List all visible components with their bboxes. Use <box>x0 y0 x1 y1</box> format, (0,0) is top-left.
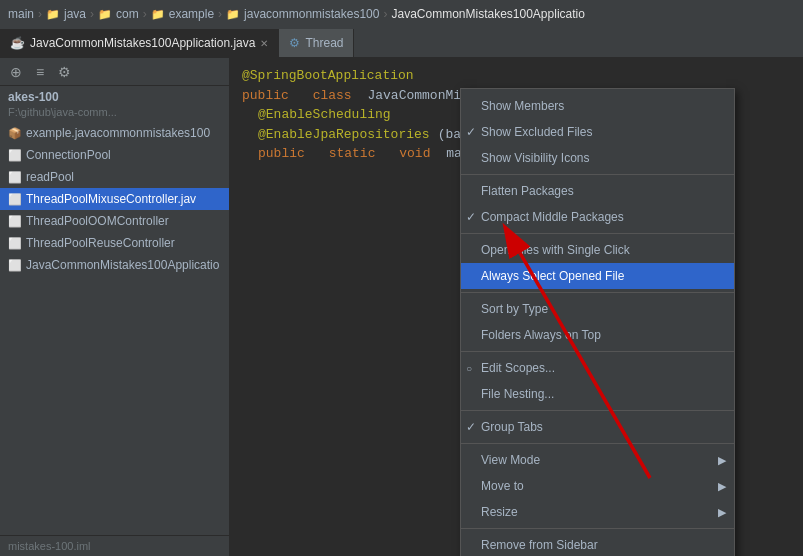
menu-resize[interactable]: Resize ▶ <box>461 499 734 525</box>
menu-label: Always Select Opened File <box>481 269 624 283</box>
sidebar-item-label: ThreadPoolOOMController <box>26 214 169 228</box>
thread-file-icon: ⚙ <box>289 36 300 50</box>
menu-label: Show Members <box>481 99 564 113</box>
menu-show-visibility[interactable]: Show Visibility Icons <box>461 145 734 171</box>
class-icon-rp: ⬜ <box>8 171 22 184</box>
sidebar-item-connectionpool[interactable]: ⬜ ConnectionPool <box>0 144 229 166</box>
separator-2 <box>461 233 734 234</box>
java-file-icon: ☕ <box>10 36 25 50</box>
globe-button[interactable]: ⊕ <box>6 62 26 82</box>
menu-label: Resize <box>481 505 518 519</box>
sidebar-item-threadpooloom[interactable]: ⬜ ThreadPoolOOMController <box>0 210 229 232</box>
menu-group-tabs[interactable]: ✓ Group Tabs <box>461 414 734 440</box>
check-icon: ✓ <box>466 420 476 434</box>
sidebar-items: 📦 example.javacommonmistakes100 ⬜ Connec… <box>0 122 229 535</box>
menu-label: Show Excluded Files <box>481 125 592 139</box>
sidebar-item-readpool[interactable]: ⬜ readPool <box>0 166 229 188</box>
sidebar-item-label: ConnectionPool <box>26 148 111 162</box>
editor-area: @SpringBootApplication public class Java… <box>230 58 803 556</box>
package-icon: 📦 <box>8 127 22 140</box>
folder-icon-example: 📁 <box>151 8 165 21</box>
breadcrumb-mistakes[interactable]: javacommonmistakes100 <box>244 7 379 21</box>
breadcrumb-main[interactable]: main <box>8 7 34 21</box>
menu-show-members[interactable]: Show Members <box>461 93 734 119</box>
tab-thread-label: Thread <box>305 36 343 50</box>
gear-button[interactable]: ⚙ <box>54 62 74 82</box>
sidebar-item-label: JavaCommonMistakes100Applicatio <box>26 258 219 272</box>
menu-label: Flatten Packages <box>481 184 574 198</box>
menu-sort-by-type[interactable]: Sort by Type <box>461 296 734 322</box>
class-icon-tpo: ⬜ <box>8 215 22 228</box>
menu-label: Group Tabs <box>481 420 543 434</box>
submenu-arrow-resize: ▶ <box>718 506 726 519</box>
menu-label: Sort by Type <box>481 302 548 316</box>
menu-remove-sidebar[interactable]: Remove from Sidebar <box>461 532 734 556</box>
class-icon-jc: ⬜ <box>8 259 22 272</box>
breadcrumb-file[interactable]: JavaCommonMistakes100Applicatio <box>391 7 584 21</box>
sidebar-title: akes-100 <box>0 86 229 106</box>
tab-java-file[interactable]: ☕ JavaCommonMistakes100Application.java … <box>0 29 279 57</box>
class-icon-cp: ⬜ <box>8 149 22 162</box>
check-icon: ✓ <box>466 125 476 139</box>
sidebar-item-threadpoolreuse[interactable]: ⬜ ThreadPoolReuseController <box>0 232 229 254</box>
class-icon-tpr: ⬜ <box>8 237 22 250</box>
menu-label: View Mode <box>481 453 540 467</box>
menu-label: Folders Always on Top <box>481 328 601 342</box>
tab-java-label: JavaCommonMistakes100Application.java <box>30 36 255 50</box>
tab-close-java[interactable]: ✕ <box>260 38 268 49</box>
sidebar-item-label: example.javacommonmistakes100 <box>26 126 210 140</box>
submenu-arrow-move: ▶ <box>718 480 726 493</box>
menu-flatten-packages[interactable]: Flatten Packages <box>461 178 734 204</box>
sidebar-footer: mistakes-100.iml <box>0 535 229 556</box>
menu-show-excluded[interactable]: ✓ Show Excluded Files <box>461 119 734 145</box>
menu-label: Open Files with Single Click <box>481 243 630 257</box>
menu-file-nesting[interactable]: File Nesting... <box>461 381 734 407</box>
radio-icon: ○ <box>466 363 472 374</box>
breadcrumb-example[interactable]: example <box>169 7 214 21</box>
tab-thread-file[interactable]: ⚙ Thread <box>279 29 354 57</box>
separator-7 <box>461 528 734 529</box>
sidebar-subtitle: F:\github\java-comm... <box>0 106 229 122</box>
separator-5 <box>461 410 734 411</box>
separator-3 <box>461 292 734 293</box>
separator-4 <box>461 351 734 352</box>
tab-bar: ☕ JavaCommonMistakes100Application.java … <box>0 28 803 58</box>
filter-button[interactable]: ≡ <box>30 62 50 82</box>
sidebar-item-javacommon[interactable]: ⬜ JavaCommonMistakes100Applicatio <box>0 254 229 276</box>
menu-folders-on-top[interactable]: Folders Always on Top <box>461 322 734 348</box>
menu-label: File Nesting... <box>481 387 554 401</box>
code-line-1: @SpringBootApplication <box>242 66 791 86</box>
separator-1 <box>461 174 734 175</box>
context-menu: Show Members ✓ Show Excluded Files Show … <box>460 88 735 556</box>
menu-label: Remove from Sidebar <box>481 538 598 552</box>
sidebar-item-package[interactable]: 📦 example.javacommonmistakes100 <box>0 122 229 144</box>
sidebar-item-label: ThreadPoolReuseController <box>26 236 175 250</box>
menu-always-select-opened[interactable]: Always Select Opened File <box>461 263 734 289</box>
check-icon: ✓ <box>466 210 476 224</box>
breadcrumb-com[interactable]: com <box>116 7 139 21</box>
sidebar-item-label: ThreadPoolMixuseController.jav <box>26 192 196 206</box>
sidebar-item-label: readPool <box>26 170 74 184</box>
menu-label: Edit Scopes... <box>481 361 555 375</box>
menu-compact-middle[interactable]: ✓ Compact Middle Packages <box>461 204 734 230</box>
submenu-arrow-view: ▶ <box>718 454 726 467</box>
separator-6 <box>461 443 734 444</box>
sidebar-toolbar: ⊕ ≡ ⚙ <box>0 58 229 86</box>
sidebar: ⊕ ≡ ⚙ akes-100 F:\github\java-comm... 📦 … <box>0 58 230 556</box>
menu-move-to[interactable]: Move to ▶ <box>461 473 734 499</box>
menu-edit-scopes[interactable]: ○ Edit Scopes... <box>461 355 734 381</box>
folder-icon-com: 📁 <box>98 8 112 21</box>
breadcrumb-java[interactable]: java <box>64 7 86 21</box>
menu-view-mode[interactable]: View Mode ▶ <box>461 447 734 473</box>
menu-open-single-click[interactable]: Open Files with Single Click <box>461 237 734 263</box>
class-icon-tpm: ⬜ <box>8 193 22 206</box>
menu-label: Compact Middle Packages <box>481 210 624 224</box>
menu-label: Show Visibility Icons <box>481 151 590 165</box>
folder-icon-mistakes: 📁 <box>226 8 240 21</box>
folder-icon-java: 📁 <box>46 8 60 21</box>
breadcrumb: main › 📁 java › 📁 com › 📁 example › 📁 ja… <box>0 0 803 28</box>
sidebar-item-threadpoolmixuse[interactable]: ⬜ ThreadPoolMixuseController.jav <box>0 188 229 210</box>
menu-label: Move to <box>481 479 524 493</box>
